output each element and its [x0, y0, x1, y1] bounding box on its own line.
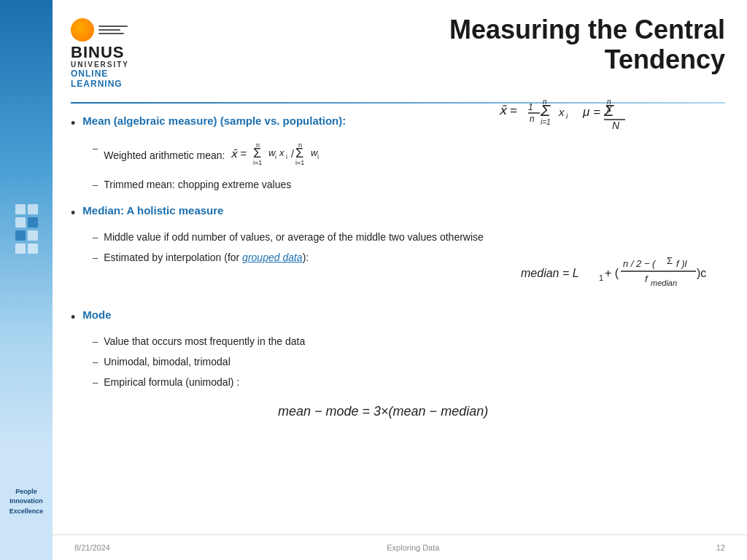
svg-text:n: n [530, 114, 535, 124]
bullet-mode: • Mode [71, 306, 725, 328]
sub-mode-text-2: Unimodal, bimodal, trimodal [104, 354, 231, 370]
sub-mode-3: – Empirical formula (unimodal) : [93, 374, 725, 391]
sidebar-tagline: People Innovation Excellence [0, 487, 53, 517]
header: BINUS UNIVERSITY ONLINE LEARNING Measuri… [71, 15, 725, 89]
svg-text:i: i [275, 153, 276, 160]
slide-title-area: Measuring the Central Tendency [195, 15, 725, 75]
footer-date: 8/21/2024 [74, 543, 110, 552]
svg-text:median = L: median = L [521, 267, 579, 279]
weighted-formula-svg: x̄ = n Σ i=1 w i x i / n Σ i=1 w i [231, 140, 376, 172]
svg-text:median: median [651, 279, 677, 287]
svg-text:x: x [606, 103, 612, 114]
svg-text:+ (: + ( [605, 267, 619, 279]
svg-text:Σ: Σ [295, 146, 303, 160]
svg-text:i: i [286, 153, 287, 160]
svg-text:1: 1 [599, 273, 603, 282]
logo-learning: LEARNING [71, 79, 195, 89]
sub-weighted-mean-text: Weighted arithmetic mean: x̄ = n Σ i=1 w… [104, 140, 376, 172]
bullet-mode-label: Mode [82, 306, 111, 324]
sub-mode-1: – Value that occurs most frequently in t… [93, 333, 725, 350]
bullet-mean-label: Mean (algebraic measure) (sample vs. pop… [82, 112, 346, 130]
bullet-dot-1: • [71, 113, 75, 134]
svg-text:x̄ =: x̄ = [499, 104, 517, 117]
svg-text:i: i [566, 112, 568, 120]
footer-center: Exploring Data [387, 543, 439, 552]
svg-text:Σ: Σ [667, 255, 673, 266]
bullet-median-label: Median: A holistic measure [82, 202, 223, 219]
sub-median-text-2: Estimated by interpolation (for grouped … [104, 249, 309, 265]
sub-median-text-1: Middle value if odd number of values, or… [104, 229, 484, 245]
footer: 8/21/2024 Exploring Data 12 [53, 534, 747, 560]
sub-dash-2-1: – [93, 230, 98, 246]
sub-median-1: – Middle value if odd number of values, … [93, 229, 725, 246]
svg-text:x: x [279, 147, 285, 158]
bullet-median: • Median: A holistic measure [71, 202, 725, 224]
svg-text:i=1: i=1 [541, 118, 551, 126]
svg-text:1: 1 [528, 102, 533, 112]
footer-page: 12 [716, 543, 725, 552]
svg-text:x: x [558, 106, 565, 118]
svg-text:/: / [291, 148, 294, 160]
sub-dash-3-2: – [93, 355, 98, 370]
logo-binus: BINUS [71, 44, 195, 61]
sidebar: People Innovation Excellence [0, 0, 53, 560]
svg-text:x̄ =: x̄ = [231, 147, 247, 160]
svg-text:n / 2 − (: n / 2 − ( [623, 258, 657, 269]
sub-median-2: – Estimated by interpolation (for groupe… [93, 249, 506, 266]
slide-title: Measuring the Central Tendency [195, 15, 725, 75]
svg-text:f )l: f )l [676, 258, 688, 269]
logo-university: UNIVERSITY [71, 61, 195, 69]
svg-text:i=1: i=1 [253, 159, 262, 166]
mean-formula-display: x̄ = 1 n n Σ i=1 x i μ = n Σ x N [499, 100, 725, 145]
sub-mode-2: – Unimodal, bimodal, trimodal [93, 354, 725, 370]
logo-icon [71, 18, 195, 42]
median-formula-area: median = L 1 + ( n / 2 − ( Σ f )l f medi… [521, 249, 725, 301]
mode-formula-svg: mean − mode = 3×(mean − median) [263, 395, 555, 424]
logo-lines [98, 26, 128, 34]
content-area: • Mean (algebraic measure) (sample vs. p… [71, 112, 725, 429]
bullet-dot-3: • [71, 307, 75, 328]
svg-text:Σ: Σ [253, 146, 261, 160]
median-formula-svg: median = L 1 + ( n / 2 − ( Σ f )l f medi… [521, 249, 725, 297]
svg-text:mean − mode = 3×(mean − median: mean − mode = 3×(mean − median) [278, 404, 488, 419]
grouped-data-link[interactable]: grouped data [242, 252, 303, 263]
logo-circle-orange [71, 18, 94, 42]
sub-dash-1-2: – [93, 178, 98, 193]
svg-text:Σ: Σ [540, 101, 551, 120]
sub-dash-3-1: – [93, 335, 98, 350]
mode-formula-block: mean − mode = 3×(mean − median) [93, 395, 725, 430]
sub-dash-2-2: – [93, 251, 98, 266]
main-content: BINUS UNIVERSITY ONLINE LEARNING Measuri… [53, 0, 747, 560]
sub-trimmed-mean: – Trimmed mean: chopping extreme values [93, 176, 725, 193]
logo-online: ONLINE [71, 69, 195, 79]
svg-text:i=1: i=1 [295, 159, 304, 166]
svg-text:i: i [317, 153, 319, 160]
sidebar-decoration [15, 204, 38, 254]
mean-formula-svg: x̄ = 1 n n Σ i=1 x i μ = n Σ x N [499, 100, 725, 140]
bullet-dot-2: • [71, 203, 75, 224]
sub-trimmed-mean-text: Trimmed mean: chopping extreme values [104, 176, 291, 192]
sub-mode-text-1: Value that occurs most frequently in the… [104, 333, 305, 349]
svg-text:N: N [612, 120, 620, 131]
sub-median-2-row: – Estimated by interpolation (for groupe… [71, 249, 725, 301]
sub-dash-3-3: – [93, 376, 98, 391]
sub-dash-1-1: – [93, 141, 98, 157]
svg-text:)c: )c [697, 267, 706, 279]
logo-area: BINUS UNIVERSITY ONLINE LEARNING [71, 15, 195, 89]
svg-text:μ =: μ = [582, 105, 600, 119]
sub-mode-text-3: Empirical formula (unimodal) : [104, 374, 239, 390]
svg-text:f: f [645, 273, 649, 284]
